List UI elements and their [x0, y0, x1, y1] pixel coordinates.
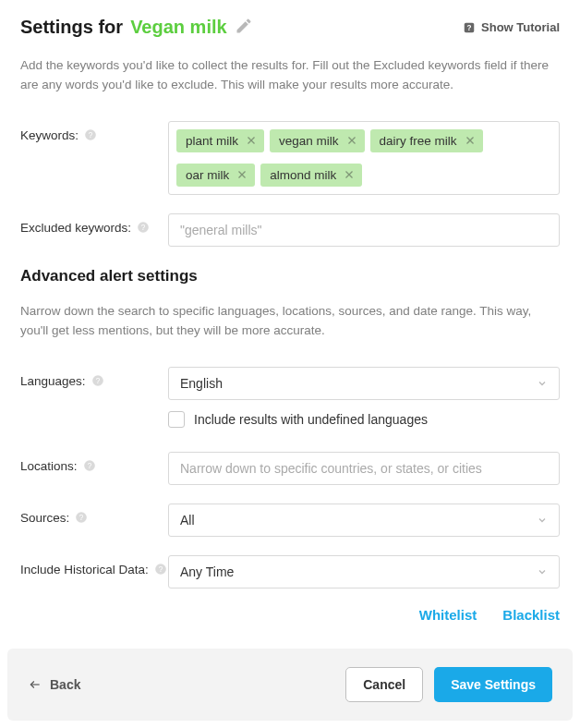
save-settings-button[interactable]: Save Settings: [434, 667, 552, 702]
back-label: Back: [50, 677, 80, 692]
locations-label: Locations: ?: [20, 452, 168, 473]
title-name: Vegan milk: [130, 17, 227, 38]
keyword-tag: vegan milk: [270, 129, 365, 152]
keywords-label: Keywords: ?: [20, 121, 168, 142]
svg-text:?: ?: [87, 462, 91, 470]
languages-select[interactable]: English: [168, 367, 560, 400]
undefined-languages-label: Include results with undefined languages: [194, 412, 428, 427]
cancel-button[interactable]: Cancel: [345, 667, 423, 702]
advanced-intro: Narrow down the search to specific langu…: [20, 302, 560, 341]
close-icon[interactable]: [236, 169, 248, 180]
keyword-tag-label: oar milk: [186, 168, 229, 182]
historical-value: Any Time: [180, 564, 234, 579]
undefined-languages-checkbox[interactable]: [168, 411, 185, 428]
locations-input[interactable]: [168, 452, 560, 485]
close-icon[interactable]: [465, 135, 476, 146]
pencil-icon: [235, 17, 253, 35]
whitelist-link[interactable]: Whitelist: [419, 607, 477, 623]
chevron-down-icon: [537, 515, 548, 526]
edit-title-button[interactable]: [235, 17, 253, 38]
help-icon: ?: [84, 128, 97, 141]
help-icon: ?: [154, 563, 167, 576]
help-icon: ?: [463, 21, 476, 34]
tutorial-label: Show Tutorial: [481, 20, 560, 34]
historical-data-select[interactable]: Any Time: [168, 555, 560, 588]
keyword-tag: plant milk: [176, 129, 264, 152]
close-icon[interactable]: [346, 135, 357, 146]
title-prefix: Settings for: [20, 17, 123, 38]
page-header: Settings for Vegan milk ? Show Tutorial: [20, 17, 560, 38]
languages-value: English: [180, 376, 223, 391]
excluded-keywords-input[interactable]: [168, 213, 560, 247]
keyword-tag: almond milk: [260, 164, 362, 187]
sources-value: All: [180, 513, 195, 528]
languages-label: Languages: ?: [20, 367, 168, 388]
keyword-tag-label: vegan milk: [279, 134, 339, 148]
svg-text:?: ?: [89, 131, 93, 140]
svg-text:?: ?: [141, 224, 146, 232]
svg-text:?: ?: [95, 377, 100, 385]
historical-data-label: Include Historical Data: ?: [20, 555, 168, 576]
arrow-left-icon: [28, 678, 42, 691]
keyword-tag: dairy free milk: [370, 129, 483, 152]
intro-text: Add the keywords you'd like to collect t…: [20, 56, 560, 95]
advanced-heading: Advanced alert settings: [20, 267, 560, 285]
keyword-tag-label: plant milk: [186, 134, 238, 148]
svg-text:?: ?: [467, 23, 472, 31]
svg-text:?: ?: [159, 565, 163, 574]
help-icon: ?: [75, 511, 88, 524]
back-button[interactable]: Back: [28, 677, 80, 692]
blacklist-link[interactable]: Blacklist: [502, 607, 560, 623]
keywords-input[interactable]: plant milkvegan milkdairy free milkoar m…: [168, 121, 560, 195]
show-tutorial-button[interactable]: ? Show Tutorial: [463, 20, 560, 34]
keyword-tag-label: almond milk: [270, 168, 336, 182]
chevron-down-icon: [537, 566, 548, 577]
sources-label: Sources: ?: [20, 504, 168, 525]
close-icon[interactable]: [344, 169, 355, 180]
close-icon[interactable]: [246, 135, 257, 146]
help-icon: ?: [137, 221, 150, 234]
excluded-keywords-label: Excluded keywords: ?: [20, 213, 168, 235]
help-icon: ?: [91, 374, 104, 387]
help-icon: ?: [83, 459, 96, 472]
footer-bar: Back Cancel Save Settings: [7, 649, 573, 721]
keyword-tag-label: dairy free milk: [380, 134, 457, 148]
chevron-down-icon: [537, 378, 548, 389]
sources-select[interactable]: All: [168, 504, 560, 537]
svg-text:?: ?: [79, 514, 84, 522]
keyword-tag: oar milk: [176, 164, 255, 187]
